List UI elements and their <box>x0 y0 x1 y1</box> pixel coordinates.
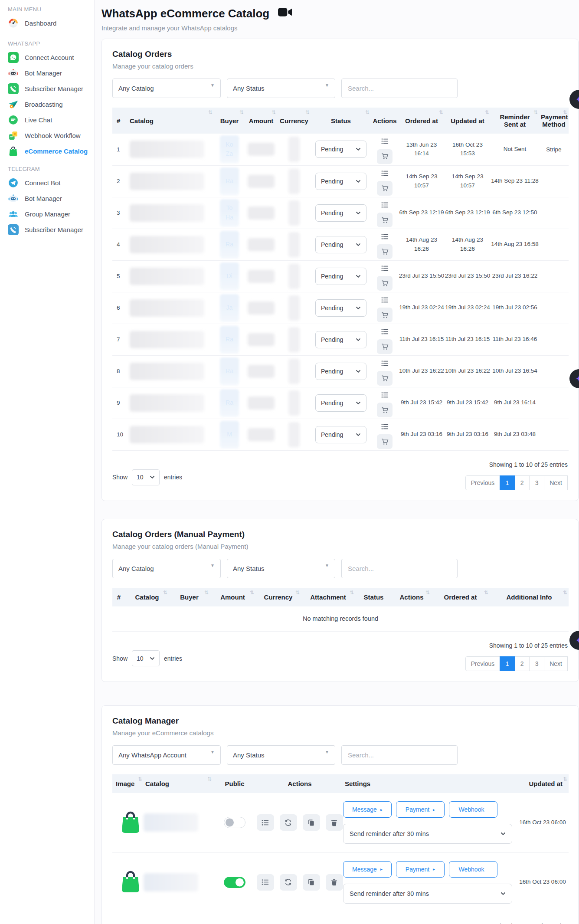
order-cart-button[interactable] <box>377 213 393 227</box>
column-header[interactable]: Actions⇅ <box>256 774 343 793</box>
column-header[interactable]: Ordered at⇅ <box>431 588 490 606</box>
catalog-filter-select[interactable]: Any Catalog▼ <box>112 559 221 578</box>
sidebar-item-dashboard[interactable]: Dashboard <box>8 15 94 31</box>
order-details-button[interactable] <box>377 357 393 370</box>
sidebar-item-subscriber-manager-tg[interactable]: Subscriber Manager <box>8 222 94 237</box>
refresh-catalog-button[interactable] <box>280 814 297 831</box>
column-header[interactable]: Catalog⇅ <box>125 588 169 606</box>
sidebar-item-webhook-workflow[interactable]: Webhook Workflow <box>8 128 94 143</box>
sidebar-item-broadcasting[interactable]: Broadcasting <box>8 96 94 112</box>
sort-icon[interactable]: ⇅ <box>239 109 244 115</box>
status-select[interactable]: Pending <box>315 141 366 158</box>
video-camera-icon[interactable] <box>278 7 292 20</box>
column-header[interactable]: Ordered at⇅ <box>399 108 445 134</box>
column-header[interactable]: Additional Info⇅ <box>490 588 569 606</box>
order-cart-button[interactable] <box>377 403 393 417</box>
page-size-select[interactable]: 10 <box>132 650 160 666</box>
message-settings-button[interactable]: Message▸ <box>343 801 392 818</box>
column-header[interactable]: #⇅ <box>112 588 125 606</box>
sort-icon[interactable]: ⇅ <box>305 109 310 115</box>
page-button[interactable]: 1 <box>500 475 515 490</box>
column-header[interactable]: #⇅ <box>112 108 127 134</box>
column-header[interactable]: Attachment⇅ <box>301 588 355 606</box>
catalog-items-button[interactable] <box>257 814 274 831</box>
order-cart-button[interactable] <box>377 308 393 322</box>
page-button[interactable]: Next <box>544 475 568 490</box>
column-header[interactable]: Actions⇅ <box>371 108 399 134</box>
sidebar-item-bot-manager-tg[interactable]: Bot Manager <box>8 190 94 206</box>
reminder-select[interactable]: Send reminder after 30 mins <box>343 884 512 904</box>
order-details-button[interactable] <box>377 262 393 275</box>
sort-icon[interactable]: ⇅ <box>138 776 142 782</box>
column-header[interactable]: Amount⇅ <box>245 108 277 134</box>
whatsapp-account-filter-select[interactable]: Any WhatsApp Account▼ <box>112 745 221 765</box>
sort-icon[interactable]: ⇅ <box>484 590 488 596</box>
column-header[interactable]: Settings⇅ <box>343 774 517 793</box>
sort-icon[interactable]: ⇅ <box>425 590 430 596</box>
payment-settings-button[interactable]: Payment▸ <box>396 801 445 818</box>
sidebar-item-ecommerce-catalog[interactable]: eCommerce Catalog <box>8 143 94 159</box>
page-button[interactable]: 3 <box>529 656 544 671</box>
search-input[interactable] <box>341 745 458 765</box>
column-header[interactable]: Catalog⇅ <box>144 774 213 793</box>
webhook-settings-button[interactable]: Webhook <box>449 801 497 818</box>
column-header[interactable]: Image⇅ <box>112 774 144 793</box>
order-details-button[interactable] <box>377 420 393 433</box>
column-header[interactable]: Currency⇅ <box>255 588 301 606</box>
reminder-select[interactable]: Send reminder after 30 mins <box>343 824 512 844</box>
order-cart-button[interactable] <box>377 276 393 291</box>
copy-catalog-button[interactable] <box>303 814 320 831</box>
column-header[interactable]: Reminder Sent at⇅ <box>491 108 539 134</box>
order-cart-button[interactable] <box>377 244 393 259</box>
column-header[interactable]: Updated at⇅ <box>517 774 569 793</box>
page-button[interactable]: 2 <box>514 475 530 490</box>
status-select[interactable]: Pending <box>315 204 366 222</box>
order-cart-button[interactable] <box>377 371 393 386</box>
status-select[interactable]: Pending <box>315 236 366 253</box>
delete-catalog-button[interactable] <box>326 874 343 891</box>
status-select[interactable]: Pending <box>315 299 366 317</box>
sort-icon[interactable]: ⇅ <box>563 776 567 782</box>
sidebar-item-bot-manager-wa[interactable]: Bot Manager <box>8 65 94 81</box>
webhook-settings-button[interactable]: Webhook <box>449 861 497 878</box>
status-select[interactable]: Pending <box>315 173 366 190</box>
sidebar-item-connect-bot[interactable]: Connect Bot <box>8 175 94 190</box>
column-header[interactable]: Public⇅ <box>213 774 256 793</box>
sort-icon[interactable]: ⇅ <box>250 590 254 596</box>
sidebar-item-group-manager[interactable]: Group Manager <box>8 206 94 222</box>
page-size-select[interactable]: 10 <box>132 469 160 485</box>
sidebar-item-connect-account[interactable]: Connect Account <box>8 49 94 65</box>
copy-catalog-button[interactable] <box>303 874 320 891</box>
public-toggle[interactable] <box>224 877 245 888</box>
page-button[interactable]: 1 <box>500 656 515 671</box>
sort-icon[interactable]: ⇅ <box>295 590 300 596</box>
status-filter-select[interactable]: Any Status▼ <box>227 745 335 765</box>
column-header[interactable]: Catalog⇅ <box>127 108 214 134</box>
column-header[interactable]: Currency⇅ <box>277 108 311 134</box>
status-select[interactable]: Pending <box>315 268 366 285</box>
sort-icon[interactable]: ⇅ <box>350 590 354 596</box>
sort-icon[interactable]: ⇅ <box>563 590 567 596</box>
catalog-items-button[interactable] <box>257 874 274 891</box>
order-details-button[interactable] <box>377 135 393 148</box>
order-details-button[interactable] <box>377 198 393 211</box>
order-cart-button[interactable] <box>377 149 393 164</box>
page-button[interactable]: 2 <box>514 656 530 671</box>
column-header[interactable]: Amount⇅ <box>210 588 255 606</box>
status-select[interactable]: Pending <box>315 331 366 348</box>
order-details-button[interactable] <box>377 230 393 243</box>
order-cart-button[interactable] <box>377 339 393 354</box>
status-select[interactable]: Pending <box>315 394 366 412</box>
sort-icon[interactable]: ⇅ <box>163 590 167 596</box>
payment-settings-button[interactable]: Payment▸ <box>396 861 445 878</box>
page-button[interactable]: 3 <box>529 475 544 490</box>
sidebar-item-subscriber-manager-wa[interactable]: Subscriber Manager <box>8 81 94 96</box>
public-toggle[interactable] <box>224 817 245 828</box>
search-input[interactable] <box>341 559 458 578</box>
column-header[interactable]: Buyer⇅ <box>169 588 210 606</box>
column-header[interactable]: Status⇅ <box>355 588 392 606</box>
column-header[interactable]: Buyer⇅ <box>214 108 245 134</box>
page-button[interactable]: Next <box>544 656 568 671</box>
order-cart-button[interactable] <box>377 434 393 449</box>
sort-icon[interactable]: ⇅ <box>208 109 213 115</box>
